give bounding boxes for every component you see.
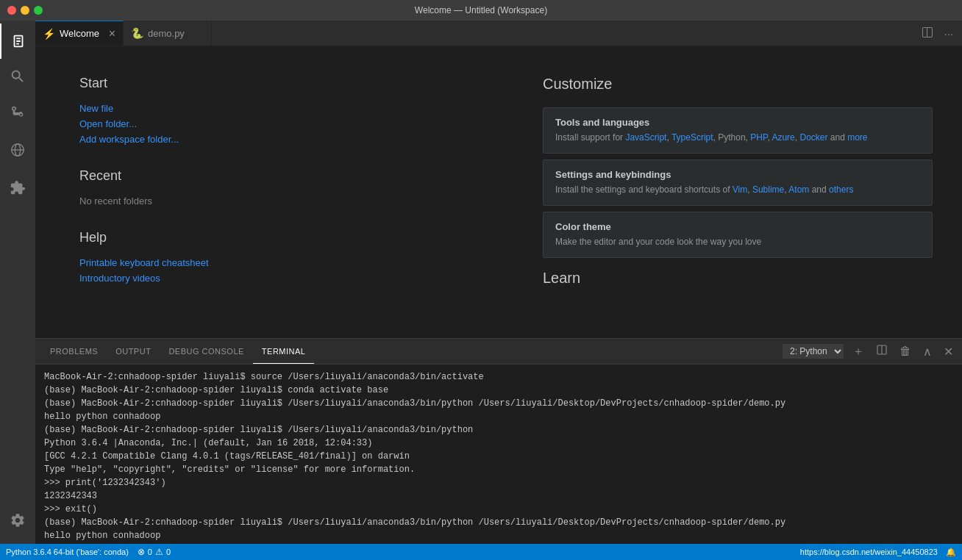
panel-actions: 2: Python 1: bash ＋ 🗑 ∧ ✕ [783, 342, 956, 361]
recent-heading: Recent [79, 168, 469, 184]
php-link[interactable]: PHP [750, 132, 767, 143]
learn-heading: Learn [543, 270, 933, 287]
help-section: Help Printable keyboard cheatsheet Intro… [79, 230, 469, 284]
terminal-selector[interactable]: 2: Python 1: bash [783, 344, 844, 359]
terminal-line-12: (base) MacBook-Air-2:cnhadoop-spider liu… [44, 516, 953, 529]
terminal-line-4: hello python conhadoop [44, 410, 953, 423]
settings-keybindings-card[interactable]: Settings and keybindings Install the set… [543, 159, 933, 206]
split-terminal-button[interactable] [873, 342, 891, 360]
tools-languages-desc: Install support for JavaScript, TypeScri… [555, 131, 920, 144]
learn-section: Learn [543, 270, 933, 287]
azure-link[interactable]: Azure [772, 132, 794, 143]
activity-bar [0, 21, 35, 544]
new-file-link[interactable]: New file [79, 103, 469, 114]
maximize-panel-button[interactable]: ∧ [920, 343, 935, 360]
window-controls [7, 6, 43, 15]
customize-heading: Customize [543, 76, 933, 93]
add-workspace-link[interactable]: Add workspace folder... [79, 134, 469, 145]
more-link[interactable]: more [847, 132, 867, 143]
warn-count: 0 [166, 548, 171, 556]
recent-section: Recent No recent folders [79, 168, 469, 207]
start-heading: Start [79, 76, 469, 91]
new-terminal-button[interactable]: ＋ [849, 342, 867, 361]
status-url[interactable]: https://blog.csdn.net/weixin_44450823 [800, 548, 938, 556]
editor-area: ⚡ Welcome × 🐍 demo.py ··· [35, 21, 962, 544]
minimize-button[interactable] [21, 6, 29, 15]
tools-languages-card[interactable]: Tools and languages Install support for … [543, 107, 933, 154]
terminal-line-2: (base) MacBook-Air-2:cnhadoop-spider liu… [44, 384, 953, 397]
tab-demo-py[interactable]: 🐍 demo.py [124, 21, 212, 46]
tab-welcome[interactable]: ⚡ Welcome × [35, 21, 124, 46]
tab-bar: ⚡ Welcome × 🐍 demo.py ··· [35, 21, 962, 46]
title-bar: Welcome — Untitled (Workspace) [0, 0, 962, 21]
panel-tab-output[interactable]: OUTPUT [107, 339, 160, 364]
content-area: Start New file Open folder... Add worksp… [35, 46, 962, 544]
status-python[interactable]: Python 3.6.4 64-bit ('base': conda) [6, 548, 129, 556]
warn-icon: ⚠ [155, 547, 163, 557]
terminal-line-8: Type "help", "copyright", "credits" or "… [44, 463, 953, 476]
tab-demo-label: demo.py [148, 28, 185, 39]
activity-icon-remote[interactable] [0, 132, 35, 168]
welcome-right-panel: Customize Tools and languages Install su… [513, 46, 962, 338]
terminal-line-10: 1232342343 [44, 489, 953, 503]
window-title: Welcome — Untitled (Workspace) [415, 5, 547, 15]
terminal-line-6: Python 3.6.4 |Anaconda, Inc.| (default, … [44, 437, 953, 450]
error-count: 0 [148, 548, 152, 556]
status-errors[interactable]: ⊗ 0 ⚠ 0 [138, 547, 171, 557]
terminal-line-13: hello python conhadoop [44, 529, 953, 542]
terminal-line-11: >>> exit() [44, 503, 953, 516]
welcome-left-panel: Start New file Open folder... Add worksp… [35, 46, 513, 338]
welcome-page: Start New file Open folder... Add worksp… [35, 46, 962, 338]
activity-icon-source-control[interactable] [0, 94, 35, 129]
status-right: https://blog.csdn.net/weixin_44450823 🔔 [800, 548, 956, 557]
terminal-line-5: (base) MacBook-Air-2:cnhadoop-spider liu… [44, 423, 953, 437]
panel-tab-terminal[interactable]: TERMINAL [253, 339, 315, 364]
tools-languages-title: Tools and languages [555, 117, 920, 128]
settings-keybindings-desc: Install the settings and keyboard shortc… [555, 183, 920, 196]
tab-welcome-close[interactable]: × [109, 28, 115, 40]
demo-tab-icon: 🐍 [131, 27, 143, 39]
kill-terminal-button[interactable]: 🗑 [897, 343, 914, 359]
panel-tabs: PROBLEMS OUTPUT DEBUG CONSOLE TERMINAL 2… [35, 339, 962, 365]
error-icon: ⊗ [138, 547, 145, 557]
split-editor-button[interactable] [919, 25, 936, 42]
tab-welcome-label: Welcome [60, 28, 99, 39]
maximize-button[interactable] [34, 6, 43, 15]
open-folder-link[interactable]: Open folder... [79, 118, 469, 129]
customize-section: Customize Tools and languages Install su… [543, 76, 933, 258]
welcome-tab-icon: ⚡ [43, 28, 55, 40]
activity-icon-extensions[interactable] [0, 170, 35, 206]
color-theme-desc: Make the editor and your code look the w… [555, 235, 920, 248]
keyboard-cheatsheet-link[interactable]: Printable keyboard cheatsheet [79, 257, 469, 268]
docker-link[interactable]: Docker [799, 132, 827, 143]
color-theme-title: Color theme [555, 221, 920, 232]
panel-tab-debug-console[interactable]: DEBUG CONSOLE [160, 339, 252, 364]
typescript-link[interactable]: TypeScript [671, 132, 713, 143]
vim-link[interactable]: Vim [733, 184, 747, 195]
no-recent-text: No recent folders [79, 195, 469, 207]
close-button[interactable] [7, 6, 16, 15]
panel-tab-problems[interactable]: PROBLEMS [41, 339, 107, 364]
start-section: Start New file Open folder... Add worksp… [79, 76, 469, 145]
activity-icon-explorer[interactable] [0, 24, 35, 59]
intro-videos-link[interactable]: Introductory videos [79, 273, 469, 284]
activity-icon-search[interactable] [0, 59, 35, 94]
python-status-label: Python 3.6.4 64-bit ('base': conda) [6, 548, 129, 556]
status-bar: Python 3.6.4 64-bit ('base': conda) ⊗ 0 … [0, 544, 962, 560]
terminal-output[interactable]: MacBook-Air-2:cnhadoop-spider liuyali$ s… [35, 365, 962, 544]
more-actions-button[interactable]: ··· [941, 26, 956, 41]
terminal-line-3: (base) MacBook-Air-2:cnhadoop-spider liu… [44, 397, 953, 410]
activity-icon-settings[interactable] [0, 503, 35, 538]
terminal-line-1: MacBook-Air-2:cnhadoop-spider liuyali$ s… [44, 370, 953, 384]
bell-icon[interactable]: 🔔 [946, 548, 956, 556]
others-link[interactable]: others [829, 184, 853, 195]
tab-actions: ··· [913, 21, 962, 46]
terminal-line-7: [GCC 4.2.1 Compatible Clang 4.0.1 (tags/… [44, 450, 953, 463]
sublime-link[interactable]: Sublime [752, 184, 784, 195]
javascript-link[interactable]: JavaScript [625, 132, 666, 143]
close-panel-button[interactable]: ✕ [941, 343, 956, 360]
settings-keybindings-title: Settings and keybindings [555, 169, 920, 180]
color-theme-card[interactable]: Color theme Make the editor and your cod… [543, 212, 933, 258]
atom-link[interactable]: Atom [788, 184, 809, 195]
panel: PROBLEMS OUTPUT DEBUG CONSOLE TERMINAL 2… [35, 338, 962, 544]
